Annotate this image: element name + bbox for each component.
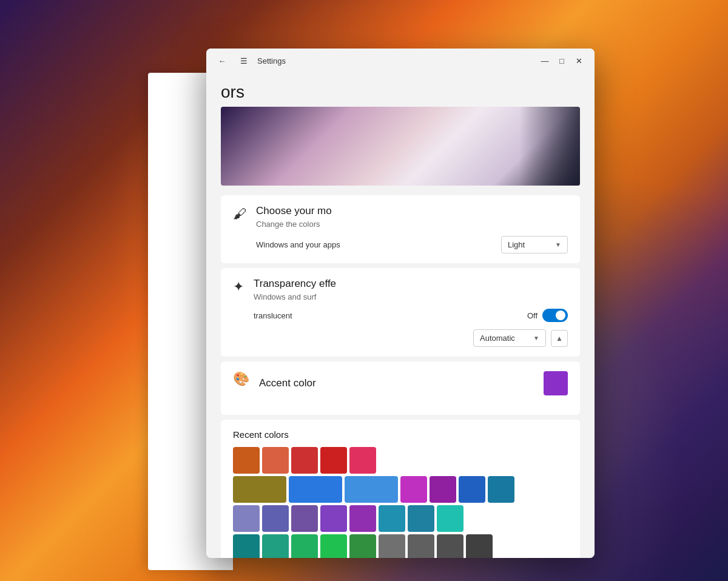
color-grid	[233, 447, 568, 558]
color-swatch[interactable]	[488, 476, 514, 503]
accent-header: Accent color	[259, 371, 568, 395]
minimize-button[interactable]: —	[536, 52, 553, 69]
close-button[interactable]: ✕	[570, 52, 587, 69]
mode-label: Windows and your apps	[256, 240, 501, 249]
menu-button[interactable]: ☰	[235, 52, 252, 69]
toggle-area: Off	[527, 309, 568, 322]
color-swatch[interactable]	[289, 476, 342, 503]
color-swatch[interactable]	[379, 505, 405, 532]
automatic-row: Automatic ▼ ▲	[254, 329, 568, 347]
color-swatch[interactable]	[349, 447, 376, 474]
color-row-1	[233, 447, 568, 474]
color-swatch[interactable]	[345, 476, 398, 503]
mode-dropdown[interactable]: Light ▼	[501, 236, 568, 254]
mode-dropdown-value: Light	[508, 240, 525, 249]
accent-section-text: Accent color	[259, 371, 568, 405]
palette-icon: 🎨	[233, 371, 249, 387]
accent-title: Accent color	[259, 377, 316, 389]
chevron-down-icon-2: ▼	[533, 335, 539, 341]
color-swatch[interactable]	[430, 476, 456, 503]
transparency-section: ✦ Transparency effe Windows and surf tra…	[221, 268, 580, 357]
color-swatch[interactable]	[320, 505, 347, 532]
transparency-title: Transparency effe	[254, 278, 568, 290]
recent-colors-section: Recent colors	[221, 420, 580, 558]
back-button[interactable]: ←	[214, 52, 231, 69]
color-swatch[interactable]	[349, 505, 376, 532]
color-swatch[interactable]	[459, 476, 485, 503]
color-swatch[interactable]	[233, 534, 260, 558]
color-swatch[interactable]	[262, 534, 289, 558]
mode-subtitle: Change the colors	[256, 220, 568, 229]
window-title: Settings	[257, 56, 286, 65]
color-swatch[interactable]	[408, 534, 434, 558]
sparkle-icon: ✦	[233, 279, 244, 295]
color-swatch[interactable]	[320, 447, 347, 474]
color-swatch[interactable]	[437, 505, 463, 532]
automatic-value: Automatic	[480, 334, 515, 343]
transparency-toggle[interactable]	[542, 309, 568, 322]
chevron-down-icon: ▼	[555, 241, 561, 248]
automatic-dropdown[interactable]: Automatic ▼	[473, 329, 546, 347]
color-swatch[interactable]	[233, 447, 260, 474]
transparency-subtitle: Windows and surf	[254, 292, 568, 301]
toggle-knob	[556, 311, 565, 320]
color-row-4	[233, 534, 568, 558]
window-controls: — □ ✕	[536, 52, 587, 69]
maximize-button[interactable]: □	[553, 52, 570, 69]
color-row-2	[233, 476, 568, 503]
recent-colors-title: Recent colors	[233, 429, 568, 440]
toggle-label: Off	[527, 311, 538, 320]
accent-current-swatch[interactable]	[544, 371, 568, 395]
color-swatch[interactable]	[262, 447, 289, 474]
nav-controls: ← ☰	[214, 52, 252, 69]
title-bar: ← ☰ Settings — □ ✕	[206, 49, 595, 73]
color-swatch[interactable]	[291, 534, 318, 558]
color-swatch[interactable]	[320, 534, 347, 558]
transparency-row: translucent Off	[254, 309, 568, 322]
transparency-effect-label: translucent	[254, 311, 527, 320]
transparency-section-text: Transparency effe Windows and surf trans…	[254, 278, 568, 347]
content-area: ors 🖌 Choose your mo Change the colors W…	[206, 73, 595, 558]
collapse-button[interactable]: ▲	[551, 330, 568, 347]
color-swatch[interactable]	[400, 476, 427, 503]
color-swatch[interactable]	[379, 534, 405, 558]
mode-section-text: Choose your mo Change the colors Windows…	[256, 205, 568, 254]
color-swatch[interactable]	[408, 505, 434, 532]
color-row-3	[233, 505, 568, 532]
mode-title: Choose your mo	[256, 205, 568, 217]
color-swatch[interactable]	[262, 505, 289, 532]
color-swatch[interactable]	[233, 505, 260, 532]
paintbrush-icon: 🖌	[233, 206, 246, 222]
color-swatch[interactable]	[349, 534, 376, 558]
color-swatch[interactable]	[291, 447, 318, 474]
color-swatch[interactable]	[466, 534, 493, 558]
settings-window: ← ☰ Settings — □ ✕ ors 🖌 Choose your mo …	[206, 49, 595, 558]
color-swatch[interactable]	[291, 505, 318, 532]
page-title: ors	[206, 73, 595, 107]
theme-preview-image	[221, 107, 580, 186]
accent-section: 🎨 Accent color	[221, 361, 580, 415]
mode-section: 🖌 Choose your mo Change the colors Windo…	[221, 195, 580, 263]
mode-selector-row: Windows and your apps Light ▼	[256, 236, 568, 254]
color-swatch[interactable]	[233, 476, 286, 503]
color-swatch[interactable]	[437, 534, 463, 558]
